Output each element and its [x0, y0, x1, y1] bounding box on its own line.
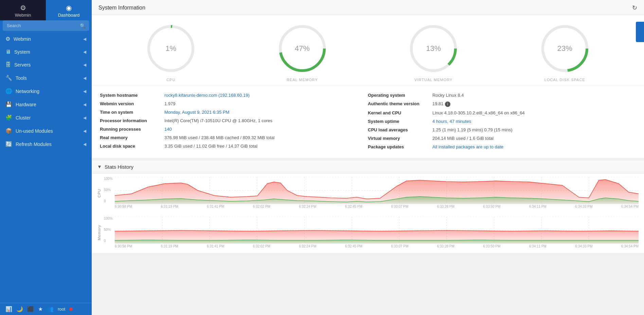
sidebar-terminal-icon[interactable]: ⬛	[27, 306, 34, 312]
nav-icon-unused-modules: 📦	[5, 128, 12, 134]
nav-icon-networking: 🌐	[5, 88, 12, 94]
sidebar-item-networking[interactable]: 🌐 Networking ◀	[0, 85, 92, 98]
sysinfo-right-row-6: Package updatesAll installed packages ar…	[368, 143, 636, 151]
gauges-row: 1% CPU 47% REAL MEMORY	[92, 15, 644, 85]
cpu-yaxis: 100% 50% 0	[104, 177, 115, 209]
cpu-chart-label: CPU	[97, 177, 104, 209]
cpu-chart-inner	[115, 177, 639, 204]
sysinfo-key-left-5: Real memory	[100, 135, 164, 140]
cpu-percent: 1%	[165, 44, 176, 53]
sidebar-stats-icon[interactable]: 📊	[5, 306, 12, 312]
sysinfo-val-right-4: 1.25 (1 min) 1.19 (5 mins) 0.79 (15 mins…	[432, 127, 513, 132]
sysinfo-val-right-5: 204.14 MiB used / 1.6 GiB total	[432, 136, 494, 141]
sidebar-header: ⚙ Webmin ◉ Dashboard	[0, 0, 92, 20]
cpu-xtick-6: 6:33:07 PM	[391, 205, 408, 208]
sidebar-item-webmin[interactable]: ⚙ Webmin ◀	[0, 32, 92, 45]
stats-toggle-icon[interactable]: ▼	[97, 164, 102, 169]
sidebar-item-tools[interactable]: 🔧 Tools ◀	[0, 71, 92, 85]
webmin-logo-tab[interactable]: ⚙ Webmin	[0, 0, 46, 20]
nav-label-tools: Tools	[16, 75, 27, 81]
sidebar-item-refresh-modules[interactable]: 🔄 Refresh Modules ◀	[0, 137, 92, 151]
sysinfo-right-link-3[interactable]: 4 hours, 47 minutes	[432, 119, 471, 124]
nav-label-cluster: Cluster	[16, 115, 31, 121]
sysinfo-right-link-6[interactable]: All installed packages are up to date	[432, 144, 503, 149]
cpu-xtick-5: 6:32:45 PM	[345, 205, 362, 208]
nav-arrow-servers: ◀	[83, 62, 86, 67]
sidebar: ⚙ Webmin ◉ Dashboard 🔍 ⚙ Webmin ◀ 🖥 Syst…	[0, 0, 92, 315]
mem-xtick-7: 6:33:28 PM	[437, 244, 454, 248]
sysinfo-key-right-0: Operating system	[368, 93, 432, 98]
sysinfo-left-row-4: Running processes140	[100, 125, 368, 133]
cpu-xtick-11: 6:34:54 PM	[621, 205, 639, 208]
nav-arrow-unused-modules: ◀	[83, 129, 86, 133]
disk-label: LOCAL DISK SPACE	[544, 78, 585, 82]
nav-icon-system: 🖥	[5, 49, 11, 55]
sidebar-item-unused-modules[interactable]: 📦 Un-used Modules ◀	[0, 124, 92, 137]
corner-blue-tab[interactable]	[636, 22, 644, 42]
search-input[interactable]	[3, 20, 89, 31]
memory-chart-area: 100% 50% 0	[104, 217, 639, 249]
sysinfo-val-left-5: 376.98 MiB used / 238.48 MiB cached / 80…	[164, 135, 274, 140]
sidebar-item-servers[interactable]: 🗄 Servers ◀	[0, 58, 92, 71]
memory-percent: 47%	[295, 44, 310, 53]
system-info-header: System Information ↻	[92, 0, 644, 15]
sidebar-theme-icon[interactable]: 🌙	[16, 306, 23, 312]
sysinfo-key-right-6: Package updates	[368, 144, 432, 149]
notification-dot	[69, 308, 73, 311]
cpu-xtick-8: 6:33:50 PM	[483, 205, 500, 208]
sidebar-star-icon[interactable]: ★	[38, 306, 43, 312]
stats-history-title: Stats History	[105, 164, 133, 170]
sysinfo-key-right-5: Virtual memory	[368, 136, 432, 141]
sysinfo-right-row-4: CPU load averages1.25 (1 min) 1.19 (5 mi…	[368, 126, 636, 134]
memory-yaxis: 100% 50% 0	[104, 217, 115, 249]
sysinfo-key-left-4: Running processes	[100, 127, 164, 132]
main-content: System Information ↻ 1% CPU	[92, 0, 644, 315]
dashboard-tab[interactable]: ◉ Dashboard	[46, 0, 92, 20]
sidebar-item-system[interactable]: 🖥 System ◀	[0, 45, 92, 58]
dashboard-label: Dashboard	[58, 13, 80, 18]
sysinfo-key-left-6: Local disk space	[100, 144, 164, 149]
sysinfo-val-left-3: Intel(R) Core(TM) i7-10510U CPU @ 1.80GH…	[164, 118, 272, 123]
memory-chart-svg	[115, 217, 639, 244]
sysinfo-val-left-4[interactable]: 140	[164, 127, 172, 132]
webmin-label: Webmin	[15, 13, 31, 18]
sysinfo-key-right-4: CPU load averages	[368, 127, 432, 132]
sysinfo-right-row-3: System uptime4 hours, 47 minutes	[368, 117, 636, 126]
nav-label-networking: Networking	[16, 89, 39, 94]
sysinfo-left: System hostnamerocky8.kifarunix-demo.com…	[100, 91, 368, 151]
sysinfo-val-left-2[interactable]: Monday, August 9, 2021 6:35 PM	[164, 110, 229, 115]
nav-icon-hardware: 💾	[5, 101, 12, 108]
nav-list: ⚙ Webmin ◀ 🖥 System ◀ 🗄 Servers ◀ 🔧 Tool…	[0, 32, 92, 151]
nav-label-hardware: Hardware	[16, 102, 36, 107]
sysinfo-right-row-0: Operating systemRocky Linux 8.4	[368, 91, 636, 99]
nav-arrow-refresh-modules: ◀	[83, 142, 86, 147]
nav-arrow-system: ◀	[83, 50, 86, 54]
sysinfo-left-row-2: Time on systemMonday, August 9, 2021 6:3…	[100, 108, 368, 116]
sysinfo-left-row-0: System hostnamerocky8.kifarunix-demo.com…	[100, 91, 368, 99]
cpu-xtick-1: 6:31:19 PM	[161, 205, 178, 208]
user-badge[interactable]: root	[58, 307, 65, 312]
nav-label-servers: Servers	[14, 62, 31, 68]
dashboard-icon: ◉	[66, 4, 72, 12]
sysinfo-key-left-0: System hostname	[100, 93, 164, 98]
sidebar-item-cluster[interactable]: 🧩 Cluster ◀	[0, 111, 92, 124]
nav-icon-cluster: 🧩	[5, 114, 12, 121]
nav-arrow-tools: ◀	[83, 76, 86, 80]
refresh-button[interactable]: ↻	[632, 4, 637, 12]
nav-arrow-networking: ◀	[83, 89, 86, 94]
sysinfo-val-left-0[interactable]: rocky8.kifarunix-demo.com (192.168.60.19…	[164, 93, 250, 98]
sysinfo-left-row-6: Local disk space3.35 GiB used / 11.02 Gi…	[100, 142, 368, 150]
sysinfo-left-row-5: Real memory376.98 MiB used / 238.48 MiB …	[100, 133, 368, 142]
cpu-xtick-9: 6:34:11 PM	[529, 205, 547, 208]
sysinfo-key-right-3: System uptime	[368, 119, 432, 124]
info-icon-1[interactable]: i	[445, 101, 450, 107]
sidebar-item-hardware[interactable]: 💾 Hardware ◀	[0, 98, 92, 111]
sysinfo-key-left-3: Processor information	[100, 118, 164, 123]
memory-chart-inner	[115, 217, 639, 244]
nav-icon-webmin: ⚙	[5, 36, 10, 42]
cpu-chart-svg	[115, 177, 639, 204]
mem-xtick-9: 6:34:11 PM	[529, 244, 547, 248]
nav-icon-servers: 🗄	[5, 62, 11, 68]
sidebar-users-icon[interactable]: 👥	[47, 306, 54, 312]
sysinfo-key-right-1: Authentic theme version	[368, 101, 432, 106]
